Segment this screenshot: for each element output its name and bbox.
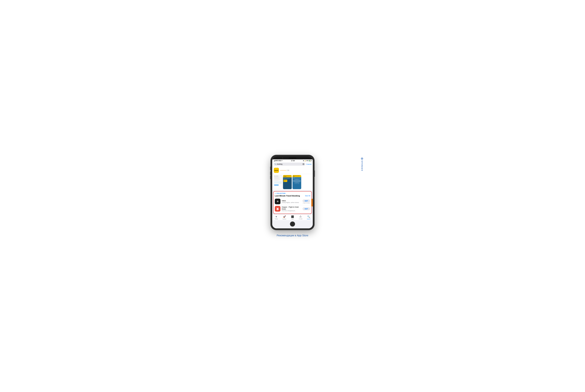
status-left: MTS RUS ⌖ [274, 160, 282, 162]
page-caption: Рекомендации в App Store [277, 234, 308, 237]
battery-icon: ⚡ [309, 160, 311, 161]
app-item-hitlist[interactable]: ❄ Hitlist Cheap flights, airline tickets… [275, 198, 310, 205]
hopper-get-button[interactable]: GET [303, 207, 310, 210]
tab-games-label: Games [282, 218, 286, 220]
search-bar: 🔍 booking ✕ Cancel [272, 162, 313, 167]
page-wrapper: ASOdesk MTS RUS ⌖ [219, 155, 366, 237]
status-right: ▶ 🔒 44% ⚡ [303, 160, 311, 161]
tab-today-icon: ■ [276, 215, 277, 218]
app-item-hopper[interactable]: Hopper - Flight & Hotel Deals Find the c… [275, 205, 310, 212]
tab-search-label: Search [307, 218, 311, 220]
hitlist-get-button[interactable]: GET [303, 200, 310, 202]
hitlist-info: Hitlist Cheap flights, airline tickets [282, 200, 301, 203]
tab-today-label: Today [275, 218, 278, 220]
tab-arcade[interactable]: 🕹 Arcade [297, 215, 305, 220]
tab-arcade-label: Arcade [299, 218, 303, 220]
screenshot-3: Explore your next vacation rental Rental… [293, 175, 301, 189]
hitlist-name: Hitlist [282, 200, 301, 202]
expedia-result-row[interactable]: Expedia ★★★★★ 1.5M [272, 167, 313, 174]
search-input-wrapper[interactable]: 🔍 booking ✕ [274, 162, 305, 166]
tab-apps-label: Apps [291, 218, 294, 220]
hitlist-desc: Cheap flights, airline tickets [282, 202, 301, 203]
tab-bar: ■ Today 🚀 Games ⬛ Apps 🕹 Arcade 🔍 S [272, 214, 313, 220]
hopper-icon [275, 206, 280, 212]
hitlist-get-wrapper: GET In-App Purchases [303, 200, 310, 204]
expedia-app-icon: Expedia [274, 168, 279, 173]
phone-device: MTS RUS ⌖ 17:38 ▶ 🔒 44% ⚡ [271, 155, 314, 230]
orange-banner-partial [311, 199, 313, 206]
tab-search-icon: 🔍 [307, 215, 310, 218]
search-clear-button[interactable]: ✕ [303, 163, 304, 165]
phone-top-bar [272, 156, 313, 160]
search-query: booking [277, 163, 302, 165]
wifi-icon: ⌖ [282, 160, 282, 162]
search-cancel-button[interactable]: Cancel [306, 163, 311, 165]
collection-icon: ✈ [275, 193, 276, 194]
lock-icon: 🔒 [304, 160, 306, 161]
hitlist-in-app-text: In-App Purchases [303, 202, 310, 204]
hopper-name: Hopper - Flight & Hotel Deals [282, 206, 301, 210]
tab-apps[interactable]: ⬛ Apps [288, 215, 296, 220]
brand-name: ASOdesk [361, 160, 363, 171]
speaker [289, 158, 296, 158]
expedia-info: ★★★★★ 1.5M [280, 170, 289, 171]
collection-title-row: Last-Minute Travel Booking See All [275, 195, 310, 197]
search-glass-icon: 🔍 [275, 163, 276, 165]
collection-header: ✈ COLLECTION [275, 193, 310, 194]
brand-logo: ASOdesk [361, 158, 363, 171]
expedia-rating-count: 1.5M [286, 170, 289, 171]
svg-point-7 [277, 209, 278, 210]
collection-title: Last-Minute Travel Booking [275, 195, 300, 197]
signal-icon [274, 160, 275, 161]
tab-games[interactable]: 🚀 Games [280, 215, 288, 220]
home-button-area [272, 220, 313, 228]
battery-percent: 44% [306, 160, 309, 161]
hopper-get-wrapper: GET [303, 207, 310, 210]
collection-tag: COLLECTION [276, 193, 285, 194]
expedia-rating-row: ★★★★★ 1.5M [280, 170, 289, 171]
hitlist-snowflake-icon: ❄ [277, 200, 279, 203]
location-icon: ▶ [303, 160, 304, 161]
hopper-info: Hopper - Flight & Hotel Deals Find the c… [282, 206, 301, 212]
carrier-name: MTS RUS [276, 160, 281, 162]
phone-screen: MTS RUS ⌖ 17:38 ▶ 🔒 44% ⚡ [272, 156, 313, 228]
caption-text: Рекомендации в App Store [277, 234, 308, 237]
screenshot-1: Secure checkout [274, 175, 282, 189]
screenshots-row: Secure checkout Important travel advisor… [272, 174, 313, 190]
collection-container: ✈ COLLECTION Last-Minute Travel Booking … [272, 191, 313, 214]
hopper-desc: Find the cheapest pri... [282, 210, 301, 212]
tab-today[interactable]: ■ Today [272, 215, 280, 220]
screenshot-2: Important travel advisories and trip upd… [283, 175, 292, 189]
tab-apps-icon: ⬛ [291, 215, 294, 218]
home-button[interactable] [290, 222, 295, 226]
status-bar: MTS RUS ⌖ 17:38 ▶ 🔒 44% ⚡ [272, 160, 313, 162]
camera-dot [282, 158, 283, 158]
tab-arcade-icon: 🕹 [299, 215, 302, 218]
expedia-label: Expedia [274, 170, 278, 171]
expedia-stars: ★★★★★ [280, 170, 286, 171]
see-all-button[interactable]: See All [305, 195, 310, 197]
brand-icon [361, 158, 363, 160]
status-time: 17:38 [291, 160, 295, 162]
hopper-rabbit-icon [276, 207, 279, 210]
hitlist-icon: ❄ [275, 199, 280, 204]
tab-games-icon: 🚀 [283, 215, 286, 218]
tab-search[interactable]: 🔍 Search [305, 215, 313, 220]
collection-section: ✈ COLLECTION Last-Minute Travel Booking … [273, 191, 312, 214]
